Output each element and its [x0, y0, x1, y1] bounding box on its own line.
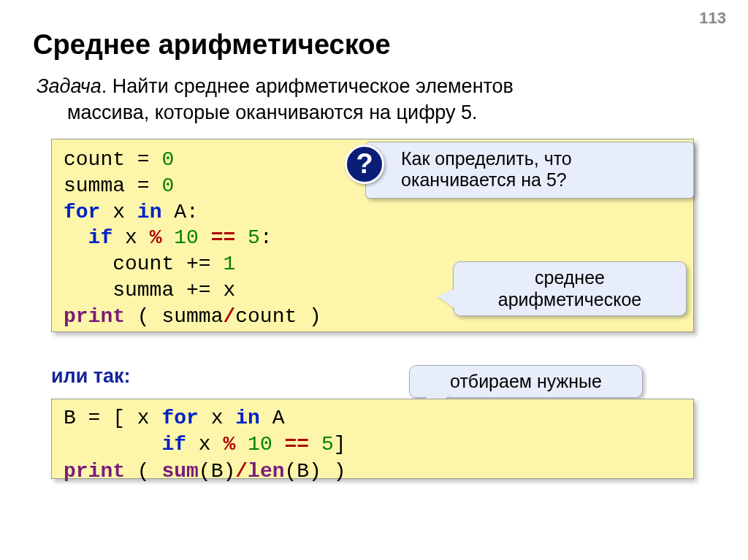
- c2-l1g: A: [260, 407, 285, 429]
- c2-l3g: (B) ): [285, 460, 346, 483]
- c2-l1a: B: [64, 407, 76, 429]
- callout-filter-text: отбираем нужные: [450, 371, 602, 391]
- c1-l6c: x: [223, 279, 235, 302]
- c2-l1e: x: [199, 407, 235, 429]
- c1-l1c: 0: [161, 148, 174, 171]
- page-number: 113: [699, 9, 726, 28]
- c1-l3d: A:: [161, 201, 198, 223]
- task-text: Задача. Найти среднее арифметическое эле…: [37, 73, 606, 126]
- c2-l2c: x: [186, 433, 223, 456]
- c1-l1b: =: [125, 148, 161, 171]
- callout-mean-l1: среднее: [535, 267, 605, 288]
- question-badge-icon: ?: [345, 145, 384, 184]
- c1-l4d: %: [150, 226, 162, 249]
- callout-question-l1: Как определить, что: [401, 148, 572, 169]
- task-label: Задача: [37, 75, 102, 97]
- c1-l5b: +=: [174, 253, 223, 275]
- c1-l4c: x: [112, 226, 149, 249]
- c1-l4f: 10: [174, 226, 199, 249]
- c2-l2d: %: [223, 433, 235, 456]
- callout-filter: отбираем нужные: [409, 365, 643, 398]
- c2-l3c: sum: [161, 460, 198, 483]
- c2-l2g: [272, 433, 285, 456]
- c1-l4k: :: [260, 226, 272, 249]
- c2-l2i: [309, 433, 321, 456]
- c2-l2b: if: [161, 433, 186, 456]
- c2-l3e: /: [235, 460, 248, 483]
- c2-l2f: 10: [248, 433, 272, 456]
- c1-l5a: count: [64, 253, 174, 275]
- c1-l2b: =: [125, 174, 161, 197]
- code-block-2: B = [ x for x in A if x % 10 == 5] print…: [51, 399, 694, 479]
- c2-l2j: 5: [321, 433, 334, 456]
- c2-l1b: =: [76, 407, 112, 429]
- callout-mean: среднее арифметическое: [453, 261, 687, 316]
- c1-l1a: count: [64, 148, 125, 171]
- task-line2: массива, которые оканчиваются на цифру 5…: [67, 101, 478, 123]
- callout-mean-l2: арифметическое: [498, 289, 641, 310]
- c1-l2c: 0: [161, 174, 174, 197]
- c2-l3f: len: [248, 460, 284, 483]
- c1-l3c: in: [137, 201, 162, 223]
- c1-l7c: /: [223, 305, 235, 328]
- c1-l4g: [199, 226, 211, 249]
- c2-l2e: [235, 433, 248, 456]
- c2-l2a: [64, 433, 161, 456]
- or-label: или так:: [51, 365, 131, 388]
- task-line1: . Найти среднее арифметическое элементов: [102, 75, 514, 97]
- c1-l5c: 1: [223, 253, 235, 275]
- c1-l4j: 5: [248, 226, 260, 249]
- callout-question-l2: оканчивается на 5?: [401, 169, 567, 190]
- c1-l7d: count ): [235, 305, 321, 328]
- c1-l7b: ( summa: [125, 305, 223, 328]
- c1-l2a: summa: [64, 174, 125, 197]
- c1-l3a: for: [64, 201, 100, 223]
- c2-l3a: print: [64, 460, 125, 483]
- c2-l3d: (B): [199, 460, 235, 483]
- c2-l1d: for: [161, 407, 198, 429]
- c1-l4i: [235, 226, 248, 249]
- c1-l4a: [64, 226, 88, 249]
- c2-l1c: [ x: [112, 407, 161, 429]
- c1-l6a: summa: [64, 279, 174, 302]
- c2-l1f: in: [235, 407, 260, 429]
- c1-l4b: if: [88, 226, 113, 249]
- slide-title: Среднее арифметическое: [33, 29, 391, 61]
- c2-l2h: ==: [285, 433, 310, 456]
- c1-l3b: x: [100, 201, 137, 223]
- c1-l4h: ==: [211, 226, 236, 249]
- callout-question: Как определить, что оканчивается на 5?: [365, 142, 694, 199]
- c1-l4e: [161, 226, 174, 249]
- c2-l2k: ]: [334, 433, 346, 456]
- c1-l7a: print: [64, 305, 125, 328]
- c2-l3b: (: [125, 460, 161, 483]
- c1-l6b: +=: [174, 279, 223, 302]
